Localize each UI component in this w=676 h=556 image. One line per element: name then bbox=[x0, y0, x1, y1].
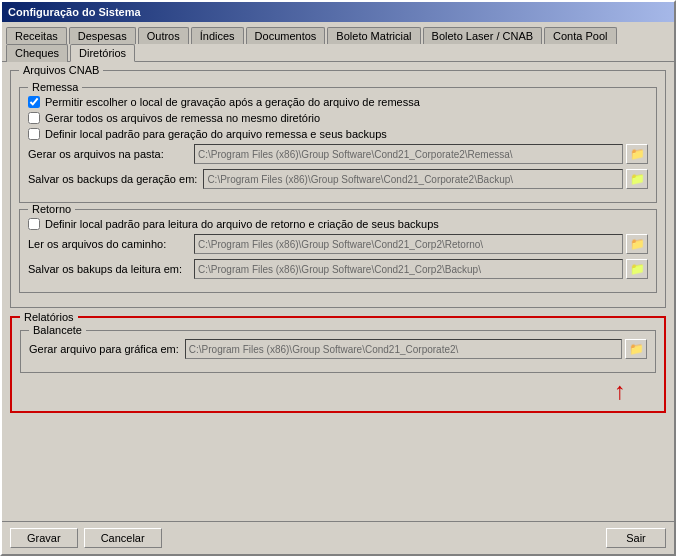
remessa-title: Remessa bbox=[28, 81, 82, 93]
remessa-folder-btn-2[interactable]: 📁 bbox=[626, 169, 648, 189]
remessa-field-input-2[interactable] bbox=[203, 169, 623, 189]
retorno-field-row-2: Salvar os bakups da leitura em: 📁 bbox=[28, 259, 648, 279]
retorno-folder-btn-2[interactable]: 📁 bbox=[626, 259, 648, 279]
tab-bar: Receitas Despesas Outros Índices Documen… bbox=[2, 22, 674, 62]
main-window: Configuração do Sistema Receitas Despesa… bbox=[0, 0, 676, 556]
cnab-group-title: Arquivos CNAB bbox=[19, 64, 103, 76]
right-buttons: Sair bbox=[606, 528, 666, 548]
tab-boleto-laser[interactable]: Boleto Laser / CNAB bbox=[423, 27, 543, 44]
checkbox-remessa-3[interactable] bbox=[28, 128, 40, 140]
balancete-field-row-1: Gerar arquivo para gráfica em: 📁 bbox=[29, 339, 647, 359]
red-arrow-indicator: ↑ bbox=[20, 379, 656, 403]
folder-icon-1: 📁 bbox=[630, 147, 645, 161]
relatorios-group-title: Relatórios bbox=[20, 311, 78, 323]
checkbox-row-1: Permitir escolher o local de gravação ap… bbox=[28, 96, 648, 108]
remessa-group: Remessa Permitir escolher o local de gra… bbox=[19, 87, 657, 203]
gravar-button[interactable]: Gravar bbox=[10, 528, 78, 548]
retorno-group: Retorno Definir local padrão para leitur… bbox=[19, 209, 657, 293]
checkbox-remessa-1[interactable] bbox=[28, 96, 40, 108]
folder-icon-5: 📁 bbox=[629, 342, 644, 356]
balancete-group: Balancete Gerar arquivo para gráfica em:… bbox=[20, 330, 656, 373]
tab-boleto-matricial[interactable]: Boleto Matricial bbox=[327, 27, 420, 44]
bottom-bar: Gravar Cancelar Sair bbox=[2, 521, 674, 554]
checkbox-label-4: Definir local padrão para leitura do arq… bbox=[45, 218, 439, 230]
tab-despesas[interactable]: Despesas bbox=[69, 27, 136, 44]
red-up-arrow: ↑ bbox=[614, 379, 626, 403]
tab-indices[interactable]: Índices bbox=[191, 27, 244, 44]
folder-icon-2: 📁 bbox=[630, 172, 645, 186]
remessa-field-label-1: Gerar os arquivos na pasta: bbox=[28, 148, 188, 160]
retorno-field-row-1: Ler os arquivos do caminho: 📁 bbox=[28, 234, 648, 254]
checkbox-retorno-1[interactable] bbox=[28, 218, 40, 230]
tab-documentos[interactable]: Documentos bbox=[246, 27, 326, 44]
tab-conta-pool[interactable]: Conta Pool bbox=[544, 27, 616, 44]
remessa-field-label-2: Salvar os backups da geração em: bbox=[28, 173, 197, 185]
content-area: Arquivos CNAB Remessa Permitir escolher … bbox=[2, 62, 674, 521]
checkbox-row-2: Gerar todos os arquivos de remessa no me… bbox=[28, 112, 648, 124]
tab-diretorios[interactable]: Diretórios bbox=[70, 44, 135, 62]
balancete-field-input-1[interactable] bbox=[185, 339, 622, 359]
remessa-field-row-2: Salvar os backups da geração em: 📁 bbox=[28, 169, 648, 189]
sair-button[interactable]: Sair bbox=[606, 528, 666, 548]
checkbox-label-3: Definir local padrão para geração do arq… bbox=[45, 128, 387, 140]
cnab-group: Arquivos CNAB Remessa Permitir escolher … bbox=[10, 70, 666, 308]
remessa-field-input-1[interactable] bbox=[194, 144, 623, 164]
retorno-field-input-1[interactable] bbox=[194, 234, 623, 254]
left-buttons: Gravar Cancelar bbox=[10, 528, 162, 548]
remessa-folder-btn-1[interactable]: 📁 bbox=[626, 144, 648, 164]
relatorios-group: Relatórios Balancete Gerar arquivo para … bbox=[10, 316, 666, 413]
tab-outros[interactable]: Outros bbox=[138, 27, 189, 44]
title-bar: Configuração do Sistema bbox=[2, 2, 674, 22]
checkbox-label-1: Permitir escolher o local de gravação ap… bbox=[45, 96, 420, 108]
balancete-title: Balancete bbox=[29, 324, 86, 336]
folder-icon-3: 📁 bbox=[630, 237, 645, 251]
cancelar-button[interactable]: Cancelar bbox=[84, 528, 162, 548]
balancete-field-label-1: Gerar arquivo para gráfica em: bbox=[29, 343, 179, 355]
retorno-field-label-1: Ler os arquivos do caminho: bbox=[28, 238, 188, 250]
retorno-field-label-2: Salvar os bakups da leitura em: bbox=[28, 263, 188, 275]
tab-receitas[interactable]: Receitas bbox=[6, 27, 67, 44]
checkbox-label-2: Gerar todos os arquivos de remessa no me… bbox=[45, 112, 320, 124]
tab-cheques[interactable]: Cheques bbox=[6, 44, 68, 62]
checkbox-row-3: Definir local padrão para geração do arq… bbox=[28, 128, 648, 140]
window-title: Configuração do Sistema bbox=[8, 6, 141, 18]
balancete-folder-btn-1[interactable]: 📁 bbox=[625, 339, 647, 359]
retorno-title: Retorno bbox=[28, 203, 75, 215]
retorno-field-input-2[interactable] bbox=[194, 259, 623, 279]
retorno-folder-btn-1[interactable]: 📁 bbox=[626, 234, 648, 254]
folder-icon-4: 📁 bbox=[630, 262, 645, 276]
checkbox-remessa-2[interactable] bbox=[28, 112, 40, 124]
checkbox-row-4: Definir local padrão para leitura do arq… bbox=[28, 218, 648, 230]
remessa-field-row-1: Gerar os arquivos na pasta: 📁 bbox=[28, 144, 648, 164]
